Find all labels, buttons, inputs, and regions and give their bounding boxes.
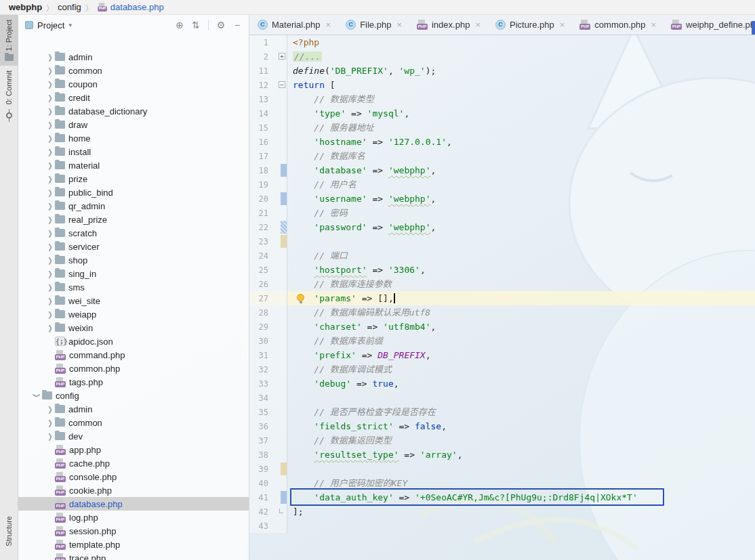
- gutter[interactable]: 17: [249, 149, 287, 163]
- code-line-27[interactable]: 27 'params' => [],: [249, 291, 755, 305]
- gutter[interactable]: 26: [249, 277, 287, 291]
- tree-row-coupon[interactable]: ❯coupon: [18, 77, 249, 91]
- tree-row-config[interactable]: ❯config: [18, 389, 249, 402]
- tree-row-command.php[interactable]: command.php: [18, 348, 249, 362]
- gutter[interactable]: 20: [249, 192, 287, 206]
- chevron-right-icon[interactable]: ❯: [45, 310, 55, 318]
- code-line-33[interactable]: 33 'debug' => true,: [249, 376, 755, 391]
- editor-tab-File.php[interactable]: CFile.php×: [338, 15, 409, 35]
- code-line-38[interactable]: 38 'resultset_type' => 'array',: [249, 448, 755, 462]
- tree-row-public_bind[interactable]: ❯public_bind: [18, 186, 249, 199]
- tree-row-real_prize[interactable]: ❯real_prize: [18, 213, 249, 226]
- tree-row-common[interactable]: ❯common: [18, 64, 249, 77]
- gutter[interactable]: 32: [249, 362, 287, 376]
- collapse-all-icon[interactable]: ⇅: [190, 20, 202, 30]
- tab-close-icon[interactable]: ×: [396, 20, 402, 30]
- project-dropdown[interactable]: Project: [37, 20, 64, 30]
- gutter[interactable]: 35: [249, 405, 287, 419]
- tree-row-shop[interactable]: ❯shop: [18, 253, 249, 267]
- tree-row-cookie.php[interactable]: cookie.php: [18, 483, 249, 497]
- code-line-24[interactable]: 24 // 端口: [249, 249, 755, 263]
- editor-tab-Picture.php[interactable]: CPicture.php×: [487, 15, 571, 35]
- tree-row-weixin[interactable]: ❯weixin: [18, 321, 249, 335]
- code-line-1[interactable]: 1<?php: [249, 35, 755, 49]
- gutter[interactable]: 24: [249, 249, 287, 263]
- stripe-commit-button[interactable]: 0: Commit: [0, 66, 18, 127]
- code-line-21[interactable]: 21 // 密码: [249, 206, 755, 220]
- tree-row-database_dictionary[interactable]: ❯database_dictionary: [18, 104, 249, 118]
- tab-close-icon[interactable]: ×: [475, 20, 481, 30]
- gutter[interactable]: 22: [249, 220, 287, 234]
- gutter[interactable]: 33: [249, 376, 287, 391]
- gutter[interactable]: 21: [249, 206, 287, 220]
- tree-row-sing_in[interactable]: ❯sing_in: [18, 267, 249, 280]
- gutter[interactable]: 18: [249, 163, 287, 177]
- tree-row-trace.php[interactable]: trace.php: [18, 551, 249, 560]
- code-line-23[interactable]: 23: [249, 234, 755, 249]
- gutter[interactable]: 36: [249, 419, 287, 433]
- gutter[interactable]: 15: [249, 121, 287, 135]
- code-line-37[interactable]: 37 // 数据集返回类型: [249, 433, 755, 448]
- fold-collapse-icon[interactable]: −: [279, 81, 285, 88]
- gutter[interactable]: 34: [249, 391, 287, 405]
- tree-row-common[interactable]: ❯common: [18, 416, 249, 429]
- code-line-29[interactable]: 29 'charset' => 'utf8mb4',: [249, 320, 755, 334]
- code-line-19[interactable]: 19 // 用户名: [249, 177, 755, 192]
- chevron-right-icon[interactable]: ❯: [45, 283, 55, 291]
- code-line-42[interactable]: 42];: [249, 504, 755, 519]
- code-line-15[interactable]: 15 // 服务器地址: [249, 121, 755, 135]
- chevron-right-icon[interactable]: ❯: [45, 418, 55, 427]
- tree-row-prize[interactable]: ❯prize: [18, 172, 249, 186]
- hide-panel-icon[interactable]: −: [231, 20, 243, 30]
- tree-row-sms[interactable]: ❯sms: [18, 280, 249, 294]
- gutter[interactable]: 43: [249, 519, 287, 533]
- editor-tab-index.php[interactable]: index.php×: [409, 15, 487, 35]
- gutter[interactable]: 40: [249, 476, 287, 490]
- chevron-right-icon[interactable]: ❯: [45, 324, 55, 332]
- chevron-right-icon[interactable]: ❯: [45, 188, 55, 196]
- tree-row-credit[interactable]: ❯credit: [18, 91, 249, 104]
- breadcrumb-item-project[interactable]: webphp: [9, 2, 42, 12]
- gutter[interactable]: 25: [249, 263, 287, 277]
- gutter[interactable]: 1: [249, 35, 287, 49]
- gutter[interactable]: 41: [249, 490, 287, 504]
- tree-row-dev[interactable]: ❯dev: [18, 429, 249, 443]
- tree-row-weiapp[interactable]: ❯weiapp: [18, 307, 249, 321]
- locate-file-icon[interactable]: ⊕: [174, 20, 186, 30]
- tab-close-icon[interactable]: ×: [651, 20, 656, 30]
- tree-row-app.php[interactable]: app.php: [18, 443, 249, 456]
- chevron-right-icon[interactable]: ❯: [45, 175, 55, 183]
- tree-row-draw[interactable]: ❯draw: [18, 118, 249, 131]
- gutter[interactable]: 19: [249, 177, 287, 192]
- code-line-18[interactable]: 18 'database' => 'webphp',: [249, 163, 755, 177]
- fold-end-icon[interactable]: [279, 509, 283, 513]
- code-line-36[interactable]: 36 'fields_strict' => false,: [249, 419, 755, 433]
- code-line-26[interactable]: 26 // 数据库连接参数: [249, 277, 755, 291]
- code-line-30[interactable]: 30 // 数据库表前缀: [249, 334, 755, 348]
- stripe-structure-button[interactable]: Structure: [0, 511, 18, 560]
- chevron-right-icon[interactable]: ❯: [45, 242, 55, 251]
- intention-lightbulb-icon[interactable]: [297, 294, 304, 301]
- breadcrumb-item-file[interactable]: database.php: [110, 2, 164, 12]
- chevron-right-icon[interactable]: ❯: [45, 229, 55, 237]
- code-line-28[interactable]: 28 // 数据库编码默认采用utf8: [249, 305, 755, 320]
- gutter[interactable]: 27: [249, 291, 287, 305]
- gutter[interactable]: 29: [249, 320, 287, 334]
- chevron-right-icon[interactable]: ❯: [45, 432, 55, 440]
- editor-tab-common.php[interactable]: common.php×: [571, 15, 663, 35]
- code-line-40[interactable]: 40 // 用户密码加密的KEY: [249, 476, 755, 490]
- chevron-right-icon[interactable]: ❯: [45, 405, 55, 413]
- chevron-right-icon[interactable]: ❯: [45, 270, 55, 278]
- tree-row-material[interactable]: ❯material: [18, 158, 249, 172]
- gutter[interactable]: 31: [249, 348, 287, 362]
- gutter[interactable]: 38: [249, 448, 287, 462]
- tree-row-session.php[interactable]: session.php: [18, 524, 249, 538]
- chevron-down-icon[interactable]: ❯: [33, 391, 41, 400]
- tree-row-log.php[interactable]: log.php: [18, 511, 249, 524]
- code-line-13[interactable]: 13 // 数据库类型: [249, 92, 755, 106]
- tree-row-admin[interactable]: ❯admin: [18, 50, 249, 64]
- fold-expand-icon[interactable]: +: [279, 53, 285, 60]
- gutter[interactable]: 42: [249, 504, 287, 519]
- code-line-39[interactable]: 39: [249, 462, 755, 476]
- chevron-right-icon[interactable]: ❯: [45, 215, 55, 223]
